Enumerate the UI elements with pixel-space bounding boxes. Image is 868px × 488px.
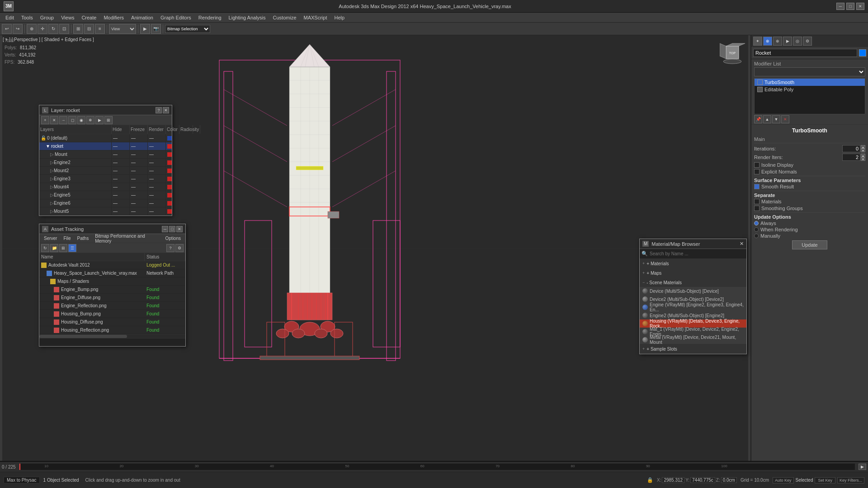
- asset-settings-btn[interactable]: ⚙: [175, 244, 184, 252]
- snap-button[interactable]: ⊞: [73, 24, 83, 34]
- mirror-button[interactable]: ⊟: [84, 24, 94, 34]
- layer-expand-btn[interactable]: ⊞: [104, 116, 113, 124]
- menu-item-graph-editors[interactable]: Graph Editors: [157, 14, 195, 21]
- max-to-physic-btn[interactable]: Max to Physac: [4, 477, 40, 483]
- redo-button[interactable]: ↪: [13, 24, 23, 34]
- asset-menu-bitmap[interactable]: Bitmap Performance and Memory: [92, 233, 161, 244]
- asset-row-maxfile[interactable]: Heavy_Space_Launch_Vehicle_vray.max Netw…: [39, 269, 185, 277]
- render-iters-spinner[interactable]: ▲ ▼: [861, 154, 865, 161]
- menu-item-tools[interactable]: Tools: [18, 14, 37, 21]
- layer-row-engine6[interactable]: ▷ Engine6 —— —: [39, 199, 172, 207]
- asset-menu-options[interactable]: Options: [163, 235, 184, 241]
- layer-row-mount4[interactable]: ▷ Mount4 —— —: [39, 183, 172, 191]
- mat-section-sample-header[interactable]: + + Sample Slots: [640, 344, 746, 353]
- render-iters-up[interactable]: ▲: [861, 154, 865, 157]
- auto-key-button[interactable]: Auto Key: [773, 477, 794, 483]
- layer-hide-btn[interactable]: ◉: [77, 116, 85, 124]
- layer-row-rocket[interactable]: ▼rocket — — — ✓: [39, 142, 172, 150]
- menu-item-maxscript[interactable]: MAXScript: [300, 14, 331, 21]
- asset-row-engine-diffuse[interactable]: Engine_Diffuse.png Found: [39, 294, 185, 302]
- set-key-button[interactable]: Set Key: [815, 477, 835, 483]
- asset-menu-paths[interactable]: Paths: [75, 235, 92, 241]
- asset-row-maps[interactable]: Maps / Shaders: [39, 277, 185, 286]
- layer-panel-close[interactable]: ✕: [163, 107, 169, 113]
- asset-row-housing-bump[interactable]: Housing_Bump.png Found: [39, 310, 185, 318]
- layer-select-btn[interactable]: ◻: [68, 116, 76, 124]
- layer-row-engine2[interactable]: ▷ Engine2 —— —: [39, 159, 172, 167]
- layer-new-btn[interactable]: +: [41, 116, 49, 124]
- asset-path-input[interactable]: [39, 338, 185, 346]
- asset-row-engine-reflection[interactable]: Engine_Reflection.png Found: [39, 302, 185, 310]
- menu-item-rendering[interactable]: Rendering: [195, 14, 225, 21]
- layer-delete-btn[interactable]: ✕: [50, 116, 58, 124]
- render-button[interactable]: ▶: [140, 24, 150, 34]
- select-button[interactable]: ⊕: [27, 24, 37, 34]
- mat-section-scene-header[interactable]: − - Scene Materials: [640, 278, 746, 287]
- layer-row-mount[interactable]: ▷Mount — — —: [39, 150, 172, 159]
- layer-panel-help[interactable]: ?: [156, 107, 162, 113]
- rp-tab-motion[interactable]: ▶: [783, 37, 792, 46]
- menu-item-modifiers[interactable]: Modifiers: [100, 14, 127, 21]
- mat-section-maps-header[interactable]: + + Maps: [640, 268, 746, 277]
- rp-tab-hierarchy[interactable]: ⊕: [773, 37, 782, 46]
- menu-item-create[interactable]: Create: [78, 14, 100, 21]
- mat-item-metal[interactable]: Metal (VRayMtl) [Device, Device21, Mount…: [640, 336, 746, 344]
- asset-refresh-btn[interactable]: ↻: [41, 244, 49, 252]
- align-button[interactable]: ≡: [95, 24, 105, 34]
- layer-freeze-btn[interactable]: ❄: [86, 116, 94, 124]
- navigation-cube[interactable]: TOP: [720, 40, 745, 65]
- iterations-input[interactable]: [842, 145, 860, 152]
- modifier-editable-poly[interactable]: Editable Poly: [755, 86, 865, 93]
- isoline-checkbox[interactable]: [754, 162, 760, 168]
- modifier-turbosmooth[interactable]: TurboSmooth: [755, 79, 865, 86]
- always-radio[interactable]: [754, 221, 759, 225]
- explicit-normals-checkbox[interactable]: [754, 169, 760, 174]
- menu-item-views[interactable]: Views: [57, 14, 78, 21]
- modifier-move-up-btn[interactable]: ▲: [763, 115, 771, 123]
- render-iters-down[interactable]: ▼: [861, 157, 865, 161]
- view-select[interactable]: View: [109, 24, 136, 34]
- asset-panel-maximize[interactable]: □: [169, 226, 175, 232]
- materials-checkbox[interactable]: [754, 199, 760, 204]
- object-color-swatch[interactable]: [859, 49, 866, 56]
- modifier-dropdown[interactable]: [754, 67, 865, 76]
- asset-merge-btn[interactable]: ⊞: [59, 244, 67, 252]
- asset-row-engine-bump[interactable]: Engine_Bump.png Found: [39, 286, 185, 294]
- key-filters-button[interactable]: Key Filters...: [837, 477, 864, 483]
- menu-item-lighting-analysis[interactable]: Lighting Analysis: [225, 14, 269, 21]
- layer-row-mount5[interactable]: ▷ Mount5 —— —: [39, 207, 172, 216]
- render-iters-input[interactable]: [842, 154, 860, 161]
- layer-add-selection-btn[interactable]: →: [59, 116, 67, 124]
- undo-button[interactable]: ↩: [2, 24, 12, 34]
- asset-help-btn[interactable]: ?: [166, 244, 175, 252]
- asset-locate-btn[interactable]: 📁: [50, 244, 58, 252]
- layer-row-default[interactable]: 🔓0 (default) — — —: [39, 134, 172, 142]
- smooth-result-checkbox[interactable]: [754, 184, 760, 189]
- asset-row-vault[interactable]: Autodesk Vault 2012 Logged Out ...: [39, 261, 185, 269]
- iterations-down[interactable]: ▼: [861, 149, 865, 152]
- asset-list-btn[interactable]: ☰: [68, 244, 76, 252]
- move-button[interactable]: ✛: [38, 24, 47, 34]
- maximize-button[interactable]: □: [846, 3, 854, 10]
- rotate-button[interactable]: ↻: [48, 24, 58, 34]
- rp-tab-create[interactable]: ✦: [753, 37, 762, 46]
- manually-radio[interactable]: [754, 234, 759, 238]
- menu-item-customize[interactable]: Customize: [269, 14, 300, 21]
- selection-filter[interactable]: Bitmap Selection: [165, 25, 210, 33]
- rp-tab-display[interactable]: ◎: [793, 37, 802, 46]
- minimize-button[interactable]: ─: [836, 3, 844, 10]
- mat-item-device[interactable]: Device (Multi/Sub-Object) [Device]: [640, 287, 746, 295]
- asset-menu-server[interactable]: Server: [41, 235, 60, 241]
- rp-tab-modify[interactable]: ⊗: [763, 37, 772, 46]
- window-controls[interactable]: ─ □ ✕: [836, 3, 864, 10]
- play-button[interactable]: ▶: [859, 464, 866, 470]
- asset-panel-close[interactable]: ✕: [176, 226, 183, 232]
- layer-row-engine3[interactable]: ▷ Engine3 —— —: [39, 175, 172, 183]
- close-button[interactable]: ✕: [856, 3, 864, 10]
- camera-button[interactable]: 📷: [151, 24, 161, 34]
- menu-item-group[interactable]: Group: [37, 14, 58, 21]
- asset-panel-minimize[interactable]: ─: [162, 226, 168, 232]
- layer-render-btn[interactable]: ▶: [95, 116, 104, 124]
- smoothing-groups-checkbox[interactable]: [754, 206, 760, 211]
- timeline[interactable]: 0 / 225 10 20 30 40 50 60 70 80 90 100 ▶: [0, 462, 868, 472]
